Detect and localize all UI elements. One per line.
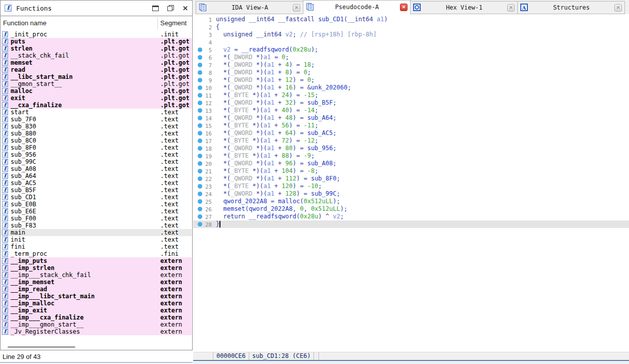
close-icon[interactable]: ✕ (183, 5, 188, 12)
function-row[interactable]: f__imp_strlenextern (1, 264, 192, 271)
code-line[interactable]: 4 (193, 38, 629, 46)
function-row[interactable]: fsub_E6E.text (1, 208, 192, 215)
horizontal-scrollbar-track[interactable] (6, 345, 107, 349)
code-line[interactable]: 13 *(_BYTE *)(a1 + 40) = -14; (193, 107, 629, 114)
code-line[interactable]: 7 *(_DWORD *)(a1 + 4) = 18; (193, 61, 629, 69)
maximize-icon[interactable] (152, 6, 159, 11)
code-line[interactable]: 18 *(_QWORD *)(a1 + 80) = sub_956; (193, 145, 629, 152)
function-row[interactable]: f__imp___gmon_start__extern (1, 321, 192, 328)
tab-hex-view-1[interactable]: Hex View-1✕ (410, 1, 518, 14)
function-segment: .text (160, 229, 178, 236)
restore-icon[interactable] (167, 5, 174, 11)
function-row[interactable]: f__imp___libc_start_mainextern (1, 293, 192, 300)
code-line[interactable]: 19 *(_BYTE *)(a1 + 88) = -9; (193, 152, 629, 160)
function-row[interactable]: fstart.text (1, 109, 192, 116)
code-line[interactable]: 24 *(_QWORD *)(a1 + 128) = sub_99C; (193, 190, 629, 198)
function-row[interactable]: finit.text (1, 236, 192, 243)
column-header-segment[interactable]: Segment (160, 19, 187, 27)
code-line[interactable]: 12 *(_QWORD *)(a1 + 32) = sub_B5F; (193, 99, 629, 107)
function-segment: extern (160, 300, 182, 307)
code-line[interactable]: 20 *(_QWORD *)(a1 + 96) = sub_A08; (193, 160, 629, 167)
function-row[interactable]: fsub_E0B.text (1, 201, 192, 208)
horizontal-scrollbar-thumb[interactable] (8, 346, 75, 348)
code-line[interactable]: 25 qword_2022A8 = malloc(0x512uLL); (193, 198, 629, 205)
function-row[interactable]: f__imp_mallocextern (1, 300, 192, 307)
code-line[interactable]: 23 *(_BYTE *)(a1 + 120) = -10; (193, 183, 629, 190)
function-row[interactable]: fsub_A64.text (1, 172, 192, 179)
column-header-function-name[interactable]: Function name (3, 19, 47, 27)
function-row[interactable]: fputs.plt.got (1, 38, 192, 45)
function-f-icon: f (2, 123, 8, 129)
function-row[interactable]: f_term_proc.fini (1, 250, 192, 257)
function-row[interactable]: fsub_8F0.text (1, 144, 192, 151)
function-segment: .text (160, 158, 178, 165)
function-row[interactable]: fsub_F83.text (1, 222, 192, 229)
code-line[interactable]: 21 *(_BYTE *)(a1 + 104) = -8; (193, 167, 629, 175)
function-row[interactable]: fsub_8C0.text (1, 137, 192, 144)
code-line[interactable]: 26 memset(qword_2022A8, 0, 0x512uLL); (193, 205, 629, 213)
column-divider[interactable] (157, 17, 158, 29)
tab-close-icon[interactable]: ✕ (507, 4, 515, 12)
function-row[interactable]: fsub_B5F.text (1, 187, 192, 194)
function-row[interactable]: f__gmon_start__.plt.got (1, 80, 192, 87)
function-row[interactable]: fsub_956.text (1, 151, 192, 158)
code-line[interactable]: 17 *(_BYTE *)(a1 + 72) = -12; (193, 137, 629, 145)
function-row[interactable]: fsub_880.text (1, 130, 192, 137)
function-row[interactable]: f_Jv_RegisterClassesextern (1, 328, 192, 335)
tab-pseudocode-a[interactable]: Pseudocode-A✕ (303, 0, 411, 14)
function-row[interactable]: f__stack_chk_fail.plt.got (1, 52, 192, 59)
tab-close-icon[interactable]: ✕ (400, 4, 408, 11)
tab-close-icon[interactable]: ✕ (293, 4, 300, 12)
function-f-icon: f (2, 152, 8, 158)
function-row[interactable]: fmain.text (1, 229, 192, 236)
tab-ida-view-a[interactable]: IDA View-A✕ (196, 1, 303, 14)
function-segment: .plt.got (160, 87, 190, 95)
pseudocode-view[interactable]: 1unsigned __int64 __fastcall sub_CD1(__i… (193, 14, 629, 352)
code-line[interactable]: 6 *(_DWORD *)a1 = 0; (193, 54, 629, 61)
function-row[interactable]: fsub_A08.text (1, 165, 192, 172)
function-row[interactable]: fsub_AC5.text (1, 179, 192, 187)
code-line[interactable]: 15 *(_BYTE *)(a1 + 56) = -11; (193, 122, 629, 129)
function-row[interactable]: f_init_proc.init (1, 31, 192, 38)
function-row[interactable]: f__imp___cxa_finalizeextern (1, 314, 192, 321)
code-line[interactable]: 3 unsigned __int64 v2; // [rsp+18h] [rbp… (193, 31, 629, 38)
function-name: start (11, 109, 29, 116)
function-row[interactable]: f__cxa_finalize.plt.got (1, 102, 192, 109)
code-line[interactable]: 5 v2 = __readfsqword(0x28u); (193, 46, 629, 54)
function-row[interactable]: fsub_CD1.text (1, 194, 192, 201)
function-f-icon: f (2, 286, 8, 292)
code-line[interactable]: 14 *(_QWORD *)(a1 + 48) = sub_A64; (193, 114, 629, 122)
code-line[interactable]: 10 *(_QWORD *)(a1 + 16) = &unk_202060; (193, 84, 629, 92)
function-row[interactable]: f__imp_exitextern (1, 307, 192, 314)
function-row[interactable]: fsub_7F0.text (1, 116, 192, 123)
pane-bottom-edge (193, 360, 629, 361)
code-line[interactable]: 1unsigned __int64 __fastcall sub_CD1(__i… (193, 16, 629, 23)
function-row[interactable]: f__imp_putsextern (1, 257, 192, 264)
tab-close-icon[interactable]: ✕ (614, 4, 622, 12)
function-row[interactable]: fstrlen.plt.got (1, 45, 192, 52)
function-row[interactable]: fsub_99C.text (1, 158, 192, 165)
tab-structures[interactable]: AStructures✕ (517, 1, 625, 14)
code-text: *(_QWORD *)(a1 + 16) = &unk_202060; (216, 84, 351, 92)
function-row[interactable]: fsub_F00.text (1, 215, 192, 222)
code-line[interactable]: 16 *(_QWORD *)(a1 + 64) = sub_AC5; (193, 129, 629, 137)
code-line[interactable]: 28} (193, 220, 629, 228)
function-f-icon: f (2, 102, 8, 108)
function-row[interactable]: f__imp___stack_chk_failextern (1, 271, 192, 279)
code-line[interactable]: 8 *(_DWORD *)(a1 + 8) = 0; (193, 69, 629, 76)
function-row[interactable]: fexit.plt.got (1, 95, 192, 102)
code-line[interactable]: 27 return __readfsqword(0x28u) ^ v2; (193, 213, 629, 220)
code-line[interactable]: 22 *(_QWORD *)(a1 + 112) = sub_8F0; (193, 175, 629, 183)
functions-titlebar[interactable]: f Functions ✕ (1, 1, 192, 16)
code-line[interactable]: 2{ (193, 23, 629, 31)
function-row[interactable]: f__libc_start_main.plt.got (1, 73, 192, 80)
function-row[interactable]: f__imp_readextern (1, 286, 192, 293)
function-row[interactable]: fsub_830.text (1, 123, 192, 130)
function-row[interactable]: fmalloc.plt.got (1, 87, 192, 95)
code-line[interactable]: 11 *(_BYTE *)(a1 + 24) = -15; (193, 92, 629, 99)
code-line[interactable]: 9 *(_DWORD *)(a1 + 12) = 0; (193, 76, 629, 84)
function-row[interactable]: f__imp_memsetextern (1, 279, 192, 286)
function-row[interactable]: ffini.text (1, 243, 192, 250)
function-row[interactable]: fread.plt.got (1, 66, 192, 73)
function-row[interactable]: fmemset.plt.got (1, 59, 192, 66)
